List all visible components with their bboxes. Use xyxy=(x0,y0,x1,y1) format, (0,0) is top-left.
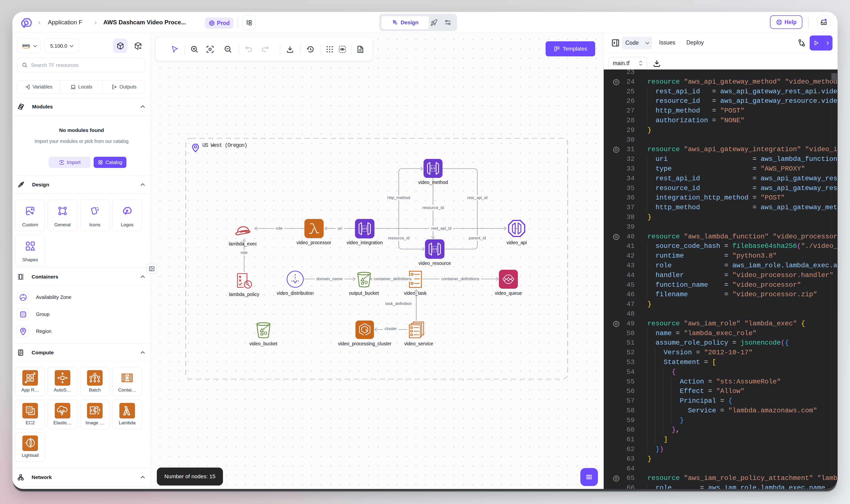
svg-text:aws: aws xyxy=(22,43,30,48)
